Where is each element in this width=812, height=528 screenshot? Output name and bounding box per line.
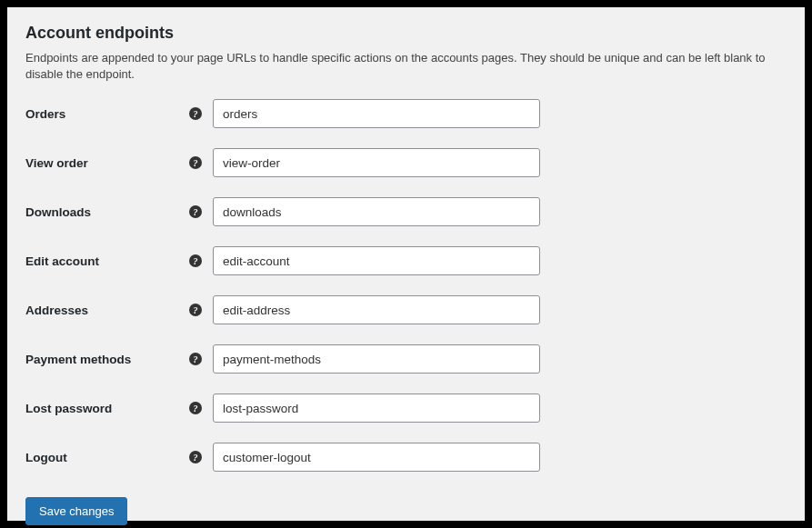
help-icon[interactable]: ? [189, 107, 202, 120]
help-icon[interactable]: ? [189, 402, 202, 414]
input-edit-account[interactable] [213, 246, 540, 275]
section-description: Endpoints are appended to your page URLs… [25, 50, 787, 83]
form-row-edit-account: Edit account ? [25, 246, 787, 275]
label-payment-methods: Payment methods [25, 353, 189, 366]
section-title: Account endpoints [25, 24, 787, 43]
form-row-logout: Logout ? [25, 443, 787, 472]
save-changes-button[interactable]: Save changes [25, 497, 127, 525]
label-addresses: Addresses [25, 304, 189, 317]
help-icon[interactable]: ? [189, 353, 202, 365]
help-icon[interactable]: ? [189, 304, 202, 316]
input-view-order[interactable] [213, 148, 540, 177]
input-addresses[interactable] [213, 295, 540, 324]
input-downloads[interactable] [213, 197, 540, 226]
label-downloads: Downloads [25, 205, 189, 219]
label-view-order: View order [25, 156, 189, 170]
form-row-downloads: Downloads ? [25, 197, 787, 226]
form-row-lost-password: Lost password ? [25, 394, 787, 423]
help-icon[interactable]: ? [189, 156, 202, 169]
input-payment-methods[interactable] [213, 344, 540, 374]
form-row-addresses: Addresses ? [25, 295, 787, 324]
help-icon[interactable]: ? [189, 205, 202, 218]
label-edit-account: Edit account [25, 254, 189, 268]
form-row-orders: Orders ? [25, 99, 787, 128]
help-icon[interactable]: ? [189, 451, 202, 463]
form-row-payment-methods: Payment methods ? [25, 344, 787, 374]
label-logout: Logout [25, 451, 189, 464]
input-lost-password[interactable] [213, 394, 540, 423]
input-logout[interactable] [213, 443, 540, 472]
help-icon[interactable]: ? [189, 254, 202, 267]
input-orders[interactable] [213, 99, 540, 128]
label-lost-password: Lost password [25, 402, 189, 415]
label-orders: Orders [25, 107, 189, 121]
account-endpoints-panel: Account endpoints Endpoints are appended… [7, 7, 805, 521]
form-row-view-order: View order ? [25, 148, 787, 177]
